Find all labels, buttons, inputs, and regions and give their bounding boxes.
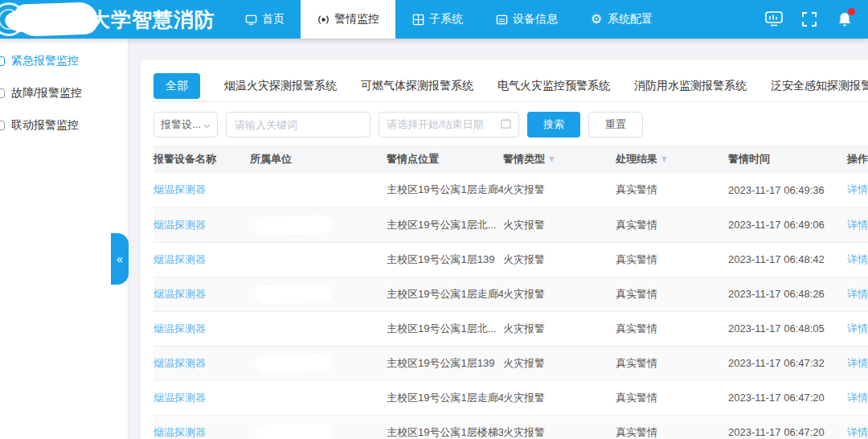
collapse-chevrons-icon: «	[117, 252, 123, 265]
redaction-smudge	[255, 353, 333, 373]
location-cell: 主校区19号公寓1层走廊4	[387, 380, 503, 415]
detail-link[interactable]: 详情	[847, 253, 868, 265]
sidebar-item-fault-alarm[interactable]: 故障/报警监控	[0, 77, 128, 109]
detail-link[interactable]: 详情	[847, 392, 868, 404]
fullscreen-icon[interactable]	[800, 10, 818, 28]
col-actions: 操作	[847, 146, 868, 173]
nav-item-subsystem[interactable]: 子系统	[395, 0, 479, 39]
sidebar-item-emergency-alarm[interactable]: 紧急报警监控	[0, 45, 128, 77]
sidebar-item-icon	[0, 88, 5, 98]
sidebar-collapse-button[interactable]: «	[111, 233, 129, 285]
tab-fire-water[interactable]: 消防用水监测报警系统	[634, 74, 747, 98]
actions-cell: 详情处理	[847, 207, 868, 242]
unit-cell	[250, 311, 387, 346]
tab-all[interactable]: 全部	[154, 73, 200, 99]
nav-item-home[interactable]: 首页	[228, 0, 301, 39]
sidebar-item-label: 故障/报警监控	[11, 86, 82, 101]
col-alarm-type: 警情类型	[503, 146, 616, 173]
detail-link[interactable]: 详情	[847, 288, 868, 300]
actions-cell: 详情处理	[847, 415, 868, 439]
table-header-row: 报警设备名称 所属单位 警情点位置 警情类型 处理结果 警情时间 操作	[154, 146, 868, 173]
table-row: 烟温探测器 主校区19号公寓1层楼梯3 火灾报警 真实警情 2023-11-17…	[154, 415, 868, 439]
col-unit: 所属单位	[250, 146, 387, 173]
device-type-select[interactable]: 报警设...	[154, 112, 218, 137]
result-cell: 真实警情	[616, 380, 728, 415]
nav-item-alarm-monitor[interactable]: 警情监控	[301, 0, 395, 39]
actions-cell: 详情处理	[847, 173, 868, 207]
nav-label: 设备信息	[513, 12, 558, 27]
redaction-smudge	[255, 284, 333, 304]
notification-badge	[848, 8, 855, 15]
device-link[interactable]: 烟温探测器	[154, 426, 206, 438]
actions-cell: 详情处理	[847, 346, 868, 380]
location-cell: 主校区19号公寓1层北...	[387, 207, 503, 242]
keyword-input[interactable]	[226, 112, 371, 137]
sidebar-item-linkage-alarm[interactable]: 联动报警监控	[0, 109, 128, 142]
location-cell: 主校区19号公寓1层楼梯3	[387, 415, 503, 439]
table-row: 烟温探测器 主校区19号公寓1层北... 火灾报警 真实警情 2023-11-1…	[154, 207, 868, 242]
page-body: 紧急报警监控 故障/报警监控 联动报警监控 « 全部 烟温火灾探测报警系统 可燃…	[0, 39, 868, 439]
location-cell: 主校区19号公寓1层北...	[387, 311, 503, 346]
nav-item-device-info[interactable]: 设备信息	[479, 0, 574, 39]
reset-button[interactable]: 重置	[588, 112, 643, 137]
time-cell: 2023-11-17 06:49:06	[728, 207, 847, 242]
location-cell: 主校区19号公寓1层139	[387, 242, 503, 277]
type-cell: 火灾报警	[503, 415, 616, 439]
date-placeholder: 请选择开始/结束日期	[387, 117, 484, 132]
unit-cell	[250, 242, 387, 277]
nav-label: 系统配置	[608, 12, 653, 27]
detail-link[interactable]: 详情	[847, 426, 868, 438]
subsystem-grid-icon	[411, 13, 424, 26]
tab-electrical-fire[interactable]: 电气火灾监控预警系统	[497, 74, 610, 98]
type-cell: 火灾报警	[503, 380, 616, 415]
type-cell: 火灾报警	[503, 173, 616, 207]
nav-item-system-config[interactable]: ⚙ 系统配置	[574, 0, 669, 39]
device-link[interactable]: 烟温探测器	[154, 183, 206, 195]
tab-pan-security[interactable]: 泛安全感知探测报警系统	[771, 74, 868, 98]
time-cell: 2023-11-17 06:47:20	[728, 415, 847, 439]
navbar-right-icons	[765, 0, 868, 39]
redaction-smudge	[255, 215, 333, 235]
device-link[interactable]: 烟温探测器	[154, 357, 206, 369]
location-cell: 主校区19号公寓1层走廊4	[387, 173, 503, 207]
detail-link[interactable]: 详情	[847, 322, 868, 334]
dashboard-monitor-icon[interactable]	[765, 10, 783, 28]
type-cell: 火灾报警	[503, 346, 616, 380]
brand-area: 大学智慧消防	[0, 0, 217, 39]
device-link[interactable]: 烟温探测器	[154, 392, 206, 404]
filter-funnel-icon[interactable]	[548, 156, 555, 163]
unit-cell	[250, 415, 387, 439]
device-link[interactable]: 烟温探测器	[154, 322, 206, 334]
device-link[interactable]: 烟温探测器	[154, 253, 206, 265]
table-row: 烟温探测器 主校区19号公寓1层139 火灾报警 真实警情 2023-11-17…	[154, 242, 868, 277]
unit-cell	[250, 173, 387, 207]
col-location: 警情点位置	[387, 146, 503, 173]
home-monitor-icon	[244, 13, 257, 26]
detail-link[interactable]: 详情	[847, 219, 868, 231]
filter-funnel-icon[interactable]	[661, 156, 668, 163]
device-link[interactable]: 烟温探测器	[154, 288, 206, 300]
detail-link[interactable]: 详情	[847, 357, 868, 369]
sidebar-item-label: 联动报警监控	[11, 118, 79, 133]
result-cell: 真实警情	[616, 346, 728, 380]
date-range-picker[interactable]: 请选择开始/结束日期	[379, 112, 519, 137]
tab-smoke-temp-fire[interactable]: 烟温火灾探测报警系统	[224, 74, 337, 98]
result-cell: 真实警情	[616, 242, 728, 277]
nav-label: 首页	[262, 12, 285, 27]
table-row: 烟温探测器 主校区19号公寓1层走廊4 火灾报警 真实警情 2023-11-17…	[154, 277, 868, 311]
bell-icon[interactable]	[836, 10, 854, 28]
filter-bar: 报警设... 请选择开始/结束日期 搜索 重置	[154, 112, 868, 137]
main-area: 全部 烟温火灾探测报警系统 可燃气体探测报警系统 电气火灾监控预警系统 消防用水…	[129, 39, 868, 439]
tab-combustible-gas[interactable]: 可燃气体探测报警系统	[361, 74, 473, 98]
actions-cell: 详情处理	[847, 277, 868, 311]
select-value: 报警设...	[161, 117, 201, 132]
col-alarm-time: 警情时间	[728, 146, 847, 173]
search-button[interactable]: 搜索	[527, 112, 580, 137]
device-link[interactable]: 烟温探测器	[154, 219, 206, 231]
alarm-table: 报警设备名称 所属单位 警情点位置 警情类型 处理结果 警情时间 操作 烟温探测…	[154, 146, 868, 439]
result-cell: 真实警情	[616, 207, 728, 242]
location-cell: 主校区19号公寓1层139	[387, 346, 503, 380]
sidebar-item-label: 紧急报警监控	[11, 54, 79, 68]
redaction-scribble	[14, 2, 98, 37]
detail-link[interactable]: 详情	[847, 183, 868, 195]
